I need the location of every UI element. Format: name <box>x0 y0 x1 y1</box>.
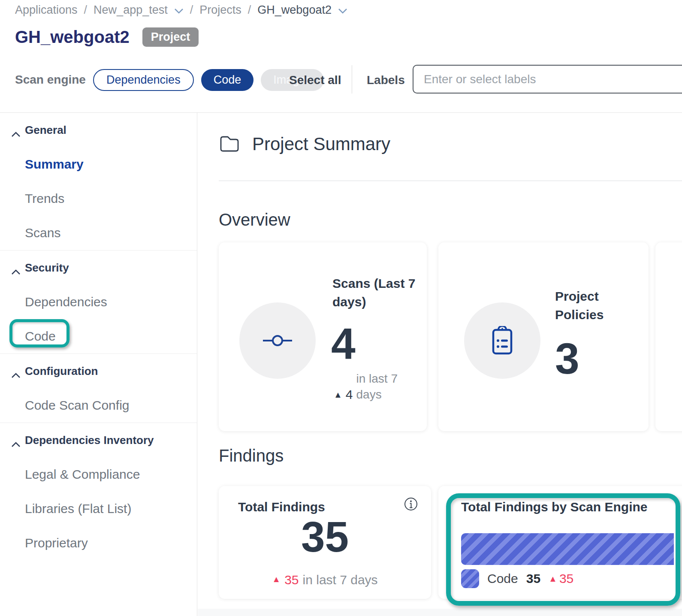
total-findings-card: Total Findings 35 ▲ 35 in last 7 days <box>219 486 431 599</box>
sidebar-item-code-scan-config[interactable]: Code Scan Config <box>0 388 197 423</box>
legend-value: 35 <box>526 571 540 586</box>
breadcrumb-separator: / <box>84 3 88 17</box>
sidebar-item-scans[interactable]: Scans <box>0 216 197 250</box>
breadcrumb-projects[interactable]: Projects <box>199 3 241 17</box>
findings-by-engine-title: Total Findings by Scan Engine <box>461 498 676 516</box>
sidebar-header-general[interactable]: General <box>0 113 197 147</box>
project-type-badge: Project <box>142 27 199 47</box>
sidebar-section-general: General Summary Trends Scans <box>0 113 197 251</box>
breadcrumb-separator: / <box>248 3 251 17</box>
scans-value: 4 <box>331 322 356 365</box>
chevron-up-icon <box>11 265 21 278</box>
scans-delta-text: in last 7 days <box>356 371 410 403</box>
sidebar-section-title: General <box>25 124 66 137</box>
findings-by-engine-card: Total Findings by Scan Engine Code 35 ▲ … <box>438 486 682 599</box>
code-findings-bar[interactable] <box>461 533 674 565</box>
engine-pill-code[interactable]: Code <box>201 69 254 91</box>
scan-node-icon <box>239 302 316 379</box>
sidebar-item-proprietary[interactable]: Proprietary <box>0 526 197 560</box>
sidebar-section-configuration: Configuration Code Scan Config <box>0 354 197 423</box>
chevron-down-icon[interactable] <box>174 3 184 17</box>
legend-delta-value: 35 <box>559 571 573 586</box>
page-header: GH_webgoat2 Project <box>15 27 199 47</box>
sidebar-item-code[interactable]: Code <box>0 319 197 353</box>
scans-delta-value: 4 <box>346 387 353 402</box>
sidebar-header-configuration[interactable]: Configuration <box>0 354 197 388</box>
select-all-button[interactable]: Select all <box>289 73 341 87</box>
scan-engine-label: Scan engine <box>15 73 86 87</box>
legend-label: Code <box>487 571 518 586</box>
sidebar-item-libraries-flat-list[interactable]: Libraries (Flat List) <box>0 492 197 526</box>
sidebar-section-title: Configuration <box>25 365 98 378</box>
project-policies-card: Project Policies 3 <box>438 242 649 431</box>
sidebar-item-dependencies[interactable]: Dependencies <box>0 285 197 319</box>
sidebar-item-summary[interactable]: Summary <box>0 147 197 181</box>
info-circle-icon[interactable] <box>404 497 418 513</box>
sidebar-header-dependencies-inventory[interactable]: Dependencies Inventory <box>0 423 197 457</box>
folder-icon <box>220 134 239 154</box>
project-summary-page: Applications / New_app_test / Projects /… <box>0 0 682 616</box>
breadcrumb-separator: / <box>190 3 193 17</box>
breadcrumb-applications[interactable]: Applications <box>15 3 78 17</box>
sidebar-section-title: Dependencies Inventory <box>25 434 154 447</box>
chevron-up-icon <box>11 127 21 140</box>
bottom-background-strip <box>198 609 682 616</box>
sidebar: General Summary Trends Scans Security De… <box>0 113 197 616</box>
policies-card-title: Project Policies <box>555 287 624 324</box>
engine-pill-dependencies[interactable]: Dependencies <box>93 69 194 91</box>
bar-legend: Code 35 ▲ 35 <box>461 569 573 588</box>
labels-label: Labels <box>367 73 405 87</box>
findings-heading: Findings <box>219 446 284 465</box>
policies-value: 3 <box>555 337 579 380</box>
sidebar-section-dependencies-inventory: Dependencies Inventory Legal & Complianc… <box>0 423 197 560</box>
chevron-up-icon <box>11 437 21 450</box>
triangle-up-icon: ▲ <box>334 390 342 399</box>
overview-heading: Overview <box>219 210 290 229</box>
project-title: GH_webgoat2 <box>15 27 130 47</box>
page-title-row: Project Summary <box>220 134 390 154</box>
triangle-up-icon: ▲ <box>272 575 281 583</box>
labels-input[interactable] <box>413 65 682 94</box>
filter-divider <box>352 65 352 94</box>
sidebar-section-title: Security <box>25 261 69 275</box>
chevron-down-icon[interactable] <box>338 3 347 17</box>
scans-delta: ▲ 4 in last 7 days <box>334 371 410 403</box>
chevron-up-icon <box>11 368 21 381</box>
breadcrumb: Applications / New_app_test / Projects /… <box>15 3 347 17</box>
code-legend-swatch <box>461 569 479 588</box>
page-title: Project Summary <box>252 134 390 154</box>
sidebar-section-security: Security Dependencies Code <box>0 251 197 354</box>
breadcrumb-project-name[interactable]: GH_webgoat2 <box>257 3 332 17</box>
scans-card: Scans (Last 7 days) 4 ▲ 4 in last 7 days <box>219 242 427 431</box>
scans-card-title: Scans (Last 7 days) <box>332 275 420 311</box>
total-findings-delta-value: 35 <box>284 573 299 587</box>
sidebar-item-legal-compliance[interactable]: Legal & Compliance <box>0 457 197 492</box>
sidebar-header-security[interactable]: Security <box>0 251 197 285</box>
total-findings-delta-text: in last 7 days <box>303 573 378 587</box>
page-title-divider <box>219 181 682 181</box>
sidebar-item-trends[interactable]: Trends <box>0 181 197 216</box>
legend-delta: ▲ 35 <box>549 571 573 586</box>
triangle-up-icon: ▲ <box>549 574 557 583</box>
total-findings-delta: ▲ 35 in last 7 days <box>219 573 431 587</box>
breadcrumb-application-name[interactable]: New_app_test <box>94 3 168 17</box>
total-findings-value: 35 <box>219 515 431 558</box>
overview-card-partial <box>655 242 682 431</box>
clipboard-checklist-icon <box>464 302 540 379</box>
